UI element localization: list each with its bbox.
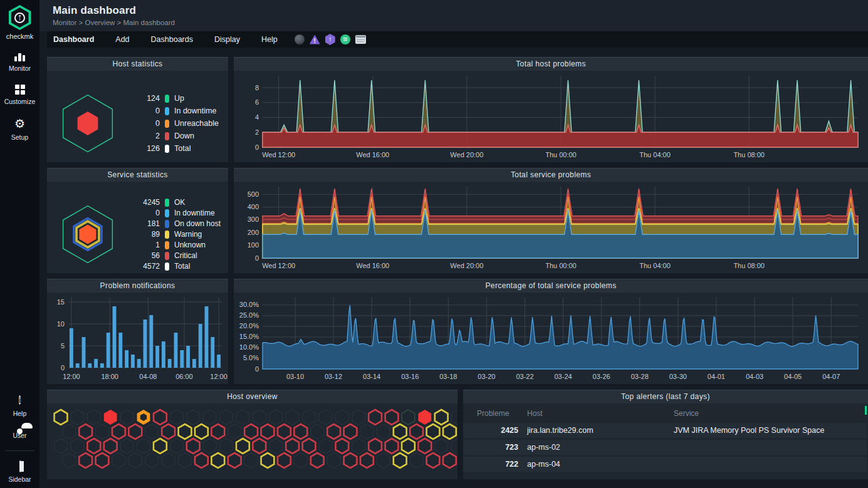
menu-item-help[interactable]: Help — [251, 35, 288, 44]
top-alerters-table: ProblemeHostService2425jira.lan.tribe29.… — [463, 403, 868, 472]
host-name[interactable]: ap-ms-02 — [527, 443, 665, 452]
stat-row[interactable]: 0In downtime — [128, 208, 221, 219]
svg-text:10: 10 — [57, 320, 65, 328]
status-color-chip — [165, 241, 169, 249]
sidebar-item-monitor[interactable]: Monitor — [0, 51, 39, 73]
stat-row[interactable]: 181On down host — [128, 219, 221, 229]
stat-label: Warning — [174, 230, 202, 239]
svg-text:25.0%: 25.0% — [239, 311, 259, 319]
panel-title: Total service problems — [234, 168, 868, 182]
table-row[interactable]: 723ap-ms-02 — [463, 440, 867, 455]
svg-text:Thu 08:00: Thu 08:00 — [733, 262, 765, 269]
sidebar-item-label: Sidebar — [8, 475, 31, 483]
window-icon[interactable] — [355, 35, 366, 44]
stat-row[interactable]: 56Critical — [128, 251, 221, 261]
panel-host-statistics: Host statistics 124Up0In downtime0Unreac… — [47, 57, 228, 162]
sidebar-item-setup[interactable]: ⚙Setup — [0, 117, 39, 142]
svg-text:Wed 20:00: Wed 20:00 — [450, 262, 483, 269]
main-area: Main dashboard Monitor > Overview > Main… — [39, 0, 868, 488]
stat-row[interactable]: 124Up — [128, 92, 219, 105]
svg-text:300: 300 — [248, 215, 259, 223]
globe-icon[interactable] — [295, 34, 305, 44]
svg-text:12:00: 12:00 — [63, 373, 80, 380]
problem-count[interactable]: 2425 — [471, 426, 518, 435]
svg-text:5: 5 — [61, 342, 65, 350]
panel-top-alerters: Top alerters (last 7 days) ProblemeHostS… — [463, 390, 868, 479]
grid-icon — [15, 85, 25, 95]
total-service-problems-chart[interactable]: 0100200300400500Wed 12:00Wed 16:00Wed 20… — [234, 182, 868, 272]
host-name[interactable]: ap-ms-04 — [527, 460, 665, 469]
table-row[interactable]: 2425jira.lan.tribe29.comJVM JIRA Memory … — [463, 423, 867, 438]
svg-text:Wed 12:00: Wed 12:00 — [262, 151, 295, 158]
svg-text:Wed 16:00: Wed 16:00 — [356, 151, 389, 158]
sidebar-item-customize[interactable]: Customize — [0, 83, 39, 106]
panel-title: Problem notifications — [47, 279, 228, 293]
stat-row[interactable]: 2Down — [128, 130, 219, 142]
stat-value: 2 — [128, 132, 160, 140]
stat-label: Total — [174, 262, 190, 271]
svg-text:0: 0 — [61, 364, 65, 371]
panel-title: Total host problems — [234, 57, 868, 71]
host-hexagon-icon[interactable] — [55, 89, 120, 158]
page-header: Main dashboard Monitor > Overview > Main… — [39, 0, 868, 31]
stat-row[interactable]: 4572Total — [128, 261, 221, 272]
stat-row[interactable]: 1Unknown — [128, 240, 221, 251]
app-root: ↑ checkmk MonitorCustomize⚙Setup iHelpUs… — [0, 0, 868, 488]
svg-text:8: 8 — [255, 84, 259, 91]
svg-text:200: 200 — [248, 229, 259, 236]
brand-label: checkmk — [6, 33, 33, 40]
menu-item-display[interactable]: Display — [204, 35, 251, 44]
panel-total-host-problems: Total host problems 02468Wed 12:00Wed 16… — [234, 57, 868, 162]
problem-count[interactable]: 723 — [471, 443, 518, 452]
svg-text:15: 15 — [57, 298, 65, 306]
percentage-service-problems-chart[interactable]: 05.0%10.0%15.0%20.0%25.0%30.0%03-1003-12… — [234, 293, 868, 383]
stat-value: 124 — [128, 94, 160, 103]
total-host-problems-chart[interactable]: 02468Wed 12:00Wed 16:00Wed 20:00Thu 00:0… — [234, 71, 868, 161]
checkmk-logo[interactable]: ↑ checkmk — [6, 5, 33, 40]
scroll-indicator[interactable] — [865, 406, 867, 415]
status-color-chip — [165, 95, 169, 103]
stat-row[interactable]: 126Total — [128, 142, 219, 155]
stat-row[interactable]: 0In downtime — [128, 105, 219, 117]
problem-count[interactable]: 722 — [471, 460, 518, 469]
host-name[interactable]: jira.lan.tribe29.com — [527, 426, 665, 435]
stat-label: In downtime — [174, 106, 216, 115]
stat-value: 0 — [128, 106, 160, 115]
sidebar-item-sidebar[interactable]: Sidebar — [0, 460, 39, 484]
stat-value: 4572 — [128, 262, 160, 271]
stat-row[interactable]: 4245OK — [128, 197, 221, 208]
bar-chart-icon — [14, 53, 26, 61]
filter-icon[interactable]: ≡ — [340, 34, 350, 44]
table-row[interactable]: 722ap-ms-04 — [463, 457, 867, 472]
stat-label: Down — [174, 132, 194, 140]
checkmk-hexagon-icon[interactable]: ↑ — [325, 34, 335, 45]
svg-text:03-30: 03-30 — [669, 373, 687, 380]
menu-item-add[interactable]: Add — [105, 35, 140, 44]
sidebar-nav-bottom: iHelpUserSidebar — [0, 393, 39, 484]
warning-triangle-icon[interactable]: ! — [310, 35, 320, 44]
menu-item-dashboards[interactable]: Dashboards — [140, 35, 204, 44]
panel-total-service-problems: Total service problems 0100200300400500W… — [234, 168, 868, 273]
svg-text:04-05: 04-05 — [784, 373, 802, 380]
service-hexagon-icon[interactable] — [55, 200, 120, 269]
sidebar-item-help[interactable]: iHelp — [0, 393, 39, 418]
svg-text:5.0%: 5.0% — [243, 354, 259, 361]
menu-item-dashboard[interactable]: Dashboard — [53, 35, 105, 44]
panel-title: Percentage of total service problems — [234, 279, 868, 293]
problem-notifications-chart[interactable]: 05101512:0018:0004-0806:0012:00 — [47, 293, 228, 383]
service-name[interactable]: JVM JIRA Memory Pool PS Survivor Space — [674, 426, 867, 435]
sidebar-item-label: Customize — [4, 98, 36, 105]
stat-row[interactable]: 89Warning — [128, 229, 221, 240]
sidebar-item-label: Help — [13, 410, 27, 417]
svg-text:2: 2 — [255, 128, 259, 136]
svg-text:0: 0 — [255, 143, 259, 151]
panel-title: Host statistics — [47, 57, 228, 71]
svg-text:03-14: 03-14 — [363, 373, 380, 380]
stat-row[interactable]: 0Unreachable — [128, 117, 219, 130]
host-hexagon-grid[interactable] — [47, 403, 458, 479]
svg-text:03-22: 03-22 — [516, 373, 533, 380]
status-color-chip — [165, 107, 169, 115]
svg-text:Thu 04:00: Thu 04:00 — [639, 262, 671, 269]
sidebar-item-user[interactable]: User — [0, 427, 39, 440]
svg-text:03-10: 03-10 — [286, 373, 304, 380]
